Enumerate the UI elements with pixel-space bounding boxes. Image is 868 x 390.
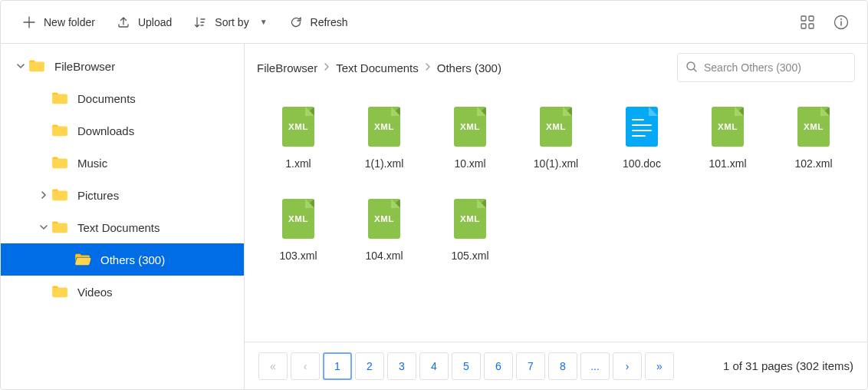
breadcrumb-item[interactable]: Others (300) <box>437 61 501 74</box>
refresh-button[interactable]: Refresh <box>281 11 356 34</box>
header-row: FileBrowserText DocumentsOthers (300) <box>245 44 867 91</box>
pager-page-5[interactable]: 5 <box>452 352 481 380</box>
pager-page-4[interactable]: 4 <box>419 352 449 380</box>
sort-by-button[interactable]: Sort by ▼ <box>186 11 275 34</box>
file-name: 1(1).xml <box>365 157 404 170</box>
svg-point-5 <box>840 18 842 20</box>
tree-item-label: Music <box>77 157 107 170</box>
tree-arrow-icon[interactable] <box>13 62 28 70</box>
pager: «‹12345678...›» <box>258 352 674 380</box>
tree-arrow-icon[interactable] <box>36 191 51 199</box>
xml-file-icon: XML <box>368 107 400 147</box>
file-item[interactable]: XML1(1).xml <box>341 99 427 177</box>
tree-item-label: Pictures <box>77 189 119 202</box>
tree-item-documents[interactable]: Documents <box>1 82 244 114</box>
svg-rect-0 <box>801 16 806 21</box>
chevron-down-icon: ▼ <box>260 18 268 26</box>
sort-icon <box>193 15 207 29</box>
tree-item-label: Downloads <box>77 124 134 137</box>
tree-arrow-icon[interactable] <box>36 223 51 231</box>
file-item[interactable]: XML104.xml <box>341 191 427 269</box>
svg-rect-1 <box>809 16 814 21</box>
xml-file-icon: XML <box>540 107 572 147</box>
tree-item-filebrowser[interactable]: FileBrowser <box>1 50 244 82</box>
search-icon <box>686 61 698 75</box>
tree-item-others-300-[interactable]: Others (300) <box>1 243 244 276</box>
chevron-right-icon <box>324 62 330 73</box>
breadcrumb-item[interactable]: FileBrowser <box>257 61 317 74</box>
file-name: 103.xml <box>279 250 317 262</box>
sort-by-label: Sort by <box>215 16 248 28</box>
upload-icon <box>117 15 130 29</box>
tree-item-label: Others (300) <box>100 253 165 266</box>
file-name: 10(1).xml <box>534 157 578 170</box>
pager-last[interactable]: » <box>645 352 674 380</box>
pager-page-3[interactable]: 3 <box>387 352 416 380</box>
tree-item-videos[interactable]: Videos <box>1 276 244 308</box>
folder-icon <box>74 253 91 266</box>
file-name: 104.xml <box>365 250 403 262</box>
pager-page-1[interactable]: 1 <box>323 352 352 380</box>
plus-icon <box>22 15 36 29</box>
svg-rect-3 <box>809 24 814 28</box>
xml-file-icon: XML <box>282 199 314 239</box>
file-name: 101.xml <box>709 157 746 170</box>
file-item[interactable]: XML10(1).xml <box>513 99 599 177</box>
file-item[interactable]: XML101.xml <box>685 99 771 177</box>
pagination-footer: «‹12345678...›» 1 of 31 pages (302 items… <box>245 342 867 389</box>
file-grid: XML1.xmlXML1(1).xmlXML10.xmlXML10(1).xml… <box>245 91 867 342</box>
pager-next[interactable]: › <box>613 352 642 380</box>
folder-icon <box>51 285 68 299</box>
pager-info: 1 of 31 pages (302 items) <box>723 359 853 372</box>
file-name: 1.xml <box>285 157 311 170</box>
pager-ellipsis[interactable]: ... <box>580 352 610 380</box>
tree-item-label: Documents <box>77 92 136 105</box>
tree-item-text-documents[interactable]: Text Documents <box>1 211 244 243</box>
info-icon <box>833 15 849 30</box>
pager-page-6[interactable]: 6 <box>484 352 513 380</box>
tree-item-music[interactable]: Music <box>1 147 244 179</box>
xml-file-icon: XML <box>712 107 744 147</box>
tree-item-pictures[interactable]: Pictures <box>1 179 244 211</box>
grid-icon <box>801 15 814 29</box>
folder-icon <box>51 91 68 105</box>
file-item[interactable]: XML10.xml <box>427 99 513 177</box>
file-item[interactable]: 100.doc <box>599 99 685 177</box>
folder-icon <box>51 220 68 234</box>
main-panel: FileBrowserText DocumentsOthers (300) XM… <box>245 44 867 389</box>
pager-page-7[interactable]: 7 <box>516 352 545 380</box>
xml-file-icon: XML <box>797 107 830 147</box>
view-grid-button[interactable] <box>795 10 820 35</box>
search-input[interactable] <box>704 61 847 74</box>
file-item[interactable]: XML103.xml <box>255 191 341 269</box>
file-name: 100.doc <box>623 157 661 170</box>
file-item[interactable]: XML1.xml <box>255 99 341 177</box>
breadcrumb-item[interactable]: Text Documents <box>336 61 419 74</box>
folder-tree: FileBrowserDocumentsDownloadsMusicPictur… <box>1 44 245 389</box>
file-item[interactable]: XML105.xml <box>427 191 513 269</box>
tree-item-label: Videos <box>77 286 113 299</box>
tree-item-label: Text Documents <box>77 221 160 234</box>
pager-first: « <box>258 352 288 380</box>
file-item[interactable]: XML102.xml <box>771 99 856 177</box>
chevron-right-icon <box>425 62 431 73</box>
folder-icon <box>28 59 45 73</box>
doc-file-icon <box>626 107 658 147</box>
pager-page-2[interactable]: 2 <box>355 352 384 380</box>
refresh-label: Refresh <box>311 16 348 28</box>
tree-item-downloads[interactable]: Downloads <box>1 114 244 147</box>
file-name: 10.xml <box>454 157 485 170</box>
xml-file-icon: XML <box>368 199 400 239</box>
new-folder-label: New folder <box>44 16 95 28</box>
search-box[interactable] <box>677 53 855 82</box>
folder-icon <box>51 124 68 137</box>
new-folder-button[interactable]: New folder <box>15 11 103 34</box>
breadcrumb: FileBrowserText DocumentsOthers (300) <box>257 61 668 74</box>
svg-rect-2 <box>801 24 806 28</box>
xml-file-icon: XML <box>454 199 486 239</box>
upload-button[interactable]: Upload <box>109 11 179 34</box>
info-button[interactable] <box>829 10 853 35</box>
xml-file-icon: XML <box>282 107 314 147</box>
pager-page-8[interactable]: 8 <box>548 352 577 380</box>
xml-file-icon: XML <box>454 107 486 147</box>
